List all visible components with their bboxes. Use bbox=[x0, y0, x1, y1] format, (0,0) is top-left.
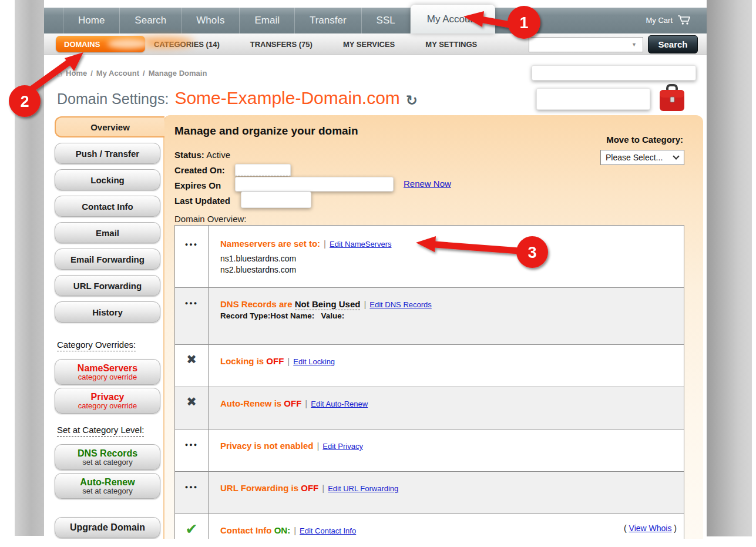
edit-privacy-link[interactable]: Edit Privacy bbox=[322, 442, 363, 451]
category-select[interactable]: Please Select... bbox=[600, 150, 684, 165]
nav-tab-ssl[interactable]: SSL bbox=[362, 8, 411, 33]
edit-dns-records-link[interactable]: Edit DNS Records bbox=[369, 300, 431, 309]
blur-redaction bbox=[107, 39, 149, 49]
record-headers: Record Type:Host Name: Value: bbox=[220, 311, 674, 320]
cart-icon bbox=[677, 15, 691, 25]
sidebar-item-url-forwarding[interactable]: URL Forwarding bbox=[55, 275, 160, 296]
nav-search-combobox[interactable]: ▼ bbox=[529, 37, 643, 52]
sidebar-item-privacy-override[interactable]: Privacy category override bbox=[55, 388, 160, 414]
overview-row-dns-records: ●●● DNS Records are Not Being Used|Edit … bbox=[175, 287, 684, 344]
locking-title-text: Locking is bbox=[220, 356, 264, 366]
upgrade-domain-button[interactable]: Upgrade Domain bbox=[55, 517, 160, 538]
page-title-prefix: Domain Settings: bbox=[57, 90, 169, 108]
auto-renew-title-text: Auto-Renew is bbox=[220, 398, 281, 408]
edit-locking-link[interactable]: Edit Locking bbox=[293, 357, 335, 366]
nav-tab-home[interactable]: Home bbox=[63, 8, 120, 33]
refresh-icon[interactable]: ↻ bbox=[406, 92, 418, 109]
edit-nameservers-link[interactable]: Edit NameServers bbox=[330, 240, 391, 249]
toolbox-icon[interactable] bbox=[659, 84, 685, 113]
sidebar: Overview Push / Transfer Locking Contact… bbox=[55, 116, 164, 543]
chevron-down-icon bbox=[673, 153, 679, 159]
separator: | bbox=[324, 239, 326, 249]
nameservers-title-text: Nameservers are set to: bbox=[220, 239, 320, 249]
auto-renew-category-title: Auto-Renew bbox=[80, 477, 135, 487]
sidebar-item-locking[interactable]: Locking bbox=[55, 169, 160, 190]
separator: | bbox=[287, 356, 290, 366]
nameservers-title: Nameservers are set to:|Edit NameServers bbox=[220, 239, 674, 249]
sidebar-item-dns-records-category[interactable]: DNS Records set at category bbox=[55, 444, 160, 470]
sidebar-item-auto-renew-category[interactable]: Auto-Renew set at category bbox=[55, 473, 160, 499]
redacted-box bbox=[235, 177, 394, 192]
separator: | bbox=[322, 483, 324, 493]
auto-renew-title: Auto-Renew is OFF|Edit Auto-Renew bbox=[220, 398, 674, 408]
separator: | bbox=[317, 441, 319, 451]
overview-row-auto-renew: ✖ Auto-Renew is OFF|Edit Auto-Renew bbox=[175, 387, 684, 429]
url-forwarding-title-text: URL Forwarding is bbox=[220, 483, 298, 493]
locking-status: OFF bbox=[266, 356, 284, 366]
domains-label: DOMAINS bbox=[64, 40, 100, 49]
contact-info-title-text: Contact Info bbox=[220, 525, 272, 535]
top-navigation-bar: Home Search WhoIs Email Transfer SSL My … bbox=[44, 8, 707, 33]
privacy-title: Privacy is not enabled|Edit Privacy bbox=[220, 441, 674, 451]
breadcrumb-home[interactable]: Home bbox=[66, 69, 87, 78]
nav-tab-email[interactable]: Email bbox=[240, 8, 295, 33]
main-panel: Manage and organize your domain Status: … bbox=[163, 115, 703, 547]
nameserver-2: ns2.bluestardns.com bbox=[220, 264, 674, 276]
nav-tab-search[interactable]: Search bbox=[120, 8, 182, 33]
edit-url-forwarding-link[interactable]: Edit URL Forwarding bbox=[328, 484, 398, 493]
dns-records-title-text: DNS Records are bbox=[220, 299, 293, 309]
dots-icon: ●●● bbox=[185, 241, 198, 287]
set-at-category-label[interactable]: Set at Category Level: bbox=[57, 425, 144, 437]
dots-icon: ●●● bbox=[185, 300, 198, 344]
domain-name: Some-Example-Domain.com bbox=[174, 88, 399, 108]
overview-row-locking: ✖ Locking is OFF|Edit Locking bbox=[175, 344, 684, 387]
locking-title: Locking is OFF|Edit Locking bbox=[220, 356, 674, 366]
nav-tab-my-account[interactable]: My Account bbox=[411, 5, 495, 33]
status-line: Status: Active bbox=[174, 147, 230, 163]
sidebar-item-overview[interactable]: Overview bbox=[55, 116, 164, 137]
category-select-value: Please Select... bbox=[606, 153, 663, 162]
expires-label: Expires On bbox=[174, 180, 221, 190]
auto-renew-status: OFF bbox=[284, 398, 301, 408]
edit-auto-renew-link[interactable]: Edit Auto-Renew bbox=[311, 400, 368, 408]
sidebar-item-push-transfer[interactable]: Push / Transfer bbox=[55, 143, 160, 164]
breadcrumb-manage-domain[interactable]: Manage Domain bbox=[149, 69, 207, 78]
dns-not-used-text: Not Being Used bbox=[295, 299, 361, 310]
home-icon: ⌂ bbox=[57, 68, 62, 78]
redacted-box bbox=[235, 164, 291, 176]
sidebar-item-nameservers-override[interactable]: NameServers category override bbox=[55, 359, 160, 385]
subnav-item-domains[interactable]: DOMAINS bbox=[56, 36, 145, 52]
edit-contact-info-link[interactable]: Edit Contact Info bbox=[300, 526, 356, 535]
nav-tab-whois[interactable]: WhoIs bbox=[182, 8, 240, 33]
privacy-title-text: Privacy is not enabled bbox=[220, 441, 313, 451]
sidebar-item-contact-info[interactable]: Contact Info bbox=[55, 196, 160, 217]
redacted-box bbox=[536, 88, 650, 110]
breadcrumb: ⌂ Home / My Account / Manage Domain bbox=[57, 68, 207, 78]
nav-tab-transfer[interactable]: Transfer bbox=[295, 8, 362, 33]
sidebar-item-email[interactable]: Email bbox=[55, 222, 160, 243]
dots-icon: ●●● bbox=[185, 442, 198, 471]
category-overrides-label[interactable]: Category Overrides: bbox=[57, 340, 136, 351]
separator: | bbox=[364, 299, 366, 309]
expires-line: Expires On bbox=[174, 178, 230, 193]
sidebar-item-history[interactable]: History bbox=[55, 301, 160, 323]
x-icon: ✖ bbox=[186, 395, 197, 429]
page-title: Domain Settings: Some-Example-Domain.com… bbox=[57, 88, 418, 108]
right-gutter bbox=[707, 0, 752, 536]
renew-now-link[interactable]: Renew Now bbox=[404, 179, 451, 189]
created-label: Created On: bbox=[174, 165, 225, 175]
sidebar-item-email-forwarding[interactable]: Email Forwarding bbox=[55, 249, 160, 270]
nav-search-button[interactable]: Search bbox=[648, 35, 698, 53]
nameservers-override-title: NameServers bbox=[78, 363, 137, 373]
overview-row-nameservers: ●●● Nameservers are set to:|Edit NameSer… bbox=[175, 226, 684, 287]
left-gutter bbox=[15, 0, 44, 536]
my-cart-button[interactable]: My Cart bbox=[646, 15, 692, 25]
updated-label: Last Updated bbox=[174, 196, 230, 206]
dns-records-category-title: DNS Records bbox=[78, 448, 137, 458]
view-whois-link[interactable]: View Whois bbox=[629, 523, 672, 533]
breadcrumb-my-account[interactable]: My Account bbox=[96, 69, 139, 78]
subnav-item-my-services[interactable]: MY SERVICES bbox=[343, 40, 395, 49]
subnav-item-transfers[interactable]: TRANSFERS (75) bbox=[250, 40, 313, 49]
separator: | bbox=[294, 525, 296, 535]
subnav-item-my-settings[interactable]: MY SETTINGS bbox=[425, 40, 477, 49]
